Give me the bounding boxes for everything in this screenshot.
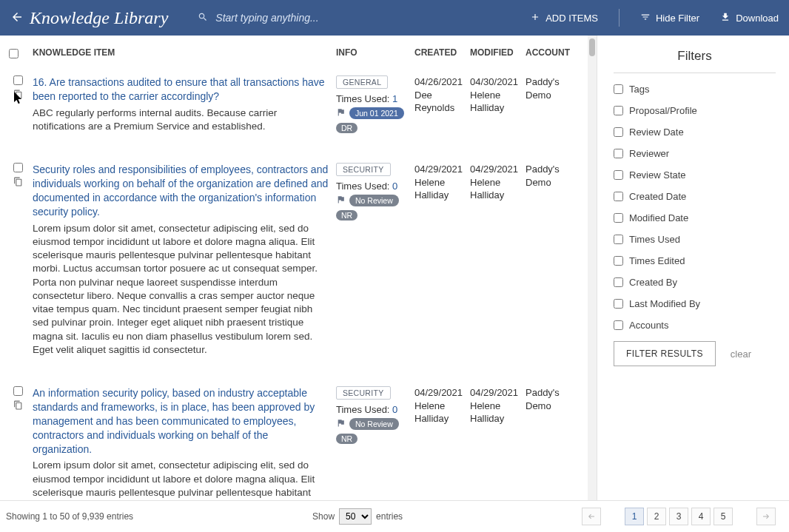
filter-checkbox[interactable] xyxy=(614,299,623,309)
filter-option-label: Reviewer xyxy=(629,148,669,159)
filter-option[interactable]: Modified Date xyxy=(614,212,776,223)
account-cell: Paddy's Demo xyxy=(523,75,582,133)
review-pill: No Review xyxy=(349,195,399,206)
created-date: 04/29/2021 xyxy=(414,386,464,400)
info-cell: SECURITY Times Used: 0 No Review NR xyxy=(333,386,412,500)
category-badge: SECURITY xyxy=(336,163,391,176)
review-row: No Review xyxy=(336,195,409,206)
filter-option[interactable]: Reviewer xyxy=(614,148,776,159)
row-select-checkbox[interactable] xyxy=(13,163,23,172)
review-row: Jun 01 2021 xyxy=(336,107,409,119)
filter-option[interactable]: Proposal/Profile xyxy=(614,105,776,116)
filter-icon xyxy=(640,12,651,24)
filter-checkbox[interactable] xyxy=(614,192,623,201)
modified-date: 04/29/2021 xyxy=(470,386,520,400)
modified-date: 04/30/2021 xyxy=(470,75,520,89)
pager-page-button[interactable]: 5 xyxy=(714,508,733,525)
col-info[interactable]: INFO xyxy=(333,47,412,61)
download-button[interactable]: Download xyxy=(720,12,779,24)
filters-divider xyxy=(614,73,776,73)
modified-user: Helene Halliday xyxy=(470,176,520,202)
times-used-value: 1 xyxy=(392,93,397,104)
times-used: Times Used: 0 xyxy=(336,181,409,192)
filter-checkbox[interactable] xyxy=(614,213,623,223)
review-pill: Jun 01 2021 xyxy=(349,107,404,119)
filter-checkbox[interactable] xyxy=(614,106,623,115)
row-select-checkbox[interactable] xyxy=(13,386,23,396)
filters-panel: Filters TagsProposal/ProfileReview DateR… xyxy=(597,36,789,500)
pager-page-button[interactable]: 4 xyxy=(691,508,711,525)
copy-icon[interactable] xyxy=(13,400,23,412)
item-title[interactable]: 16. Are transactions audited to ensure t… xyxy=(33,75,330,104)
filter-checkbox[interactable] xyxy=(614,277,623,287)
row-select-cell xyxy=(6,386,30,500)
col-account[interactable]: ACCOUNT xyxy=(523,47,582,61)
row-select-cell xyxy=(6,75,30,133)
filter-option[interactable]: Last Modified By xyxy=(614,298,776,309)
hide-filter-button[interactable]: Hide Filter xyxy=(640,12,699,24)
scrollbar[interactable] xyxy=(588,36,597,500)
filter-results-button[interactable]: FILTER RESULTS xyxy=(614,341,716,366)
filter-option[interactable]: Review Date xyxy=(614,127,776,138)
table-header: KNOWLEDGE ITEM INFO CREATED MODIFIED ACC… xyxy=(0,36,592,68)
search-input[interactable] xyxy=(215,12,393,24)
row-select-checkbox[interactable] xyxy=(13,75,23,85)
plus-icon xyxy=(530,12,540,24)
page-size-block: Show 50 entries xyxy=(312,508,403,525)
created-date: 04/29/2021 xyxy=(414,163,464,176)
pager-page-button[interactable]: 3 xyxy=(669,508,688,525)
pager-next-button[interactable] xyxy=(756,508,776,525)
filter-option-label: Times Edited xyxy=(629,255,685,266)
table-scroll[interactable]: KNOWLEDGE ITEM INFO CREATED MODIFIED ACC… xyxy=(0,36,597,500)
pager-prev-button[interactable] xyxy=(582,508,601,525)
item-body: Lorem ipsum dolor sit amet, consectetur … xyxy=(33,459,330,500)
filter-option[interactable]: Review State xyxy=(614,169,776,181)
flag-icon xyxy=(336,107,346,119)
col-knowledge-item[interactable]: KNOWLEDGE ITEM xyxy=(30,47,333,61)
filter-option-label: Review Date xyxy=(629,127,684,138)
add-items-button[interactable]: ADD ITEMS xyxy=(530,12,598,24)
filter-option[interactable]: Created By xyxy=(614,277,776,288)
filter-checkbox[interactable] xyxy=(614,170,623,180)
filter-option[interactable]: Tags xyxy=(614,84,776,95)
created-cell: 04/29/2021 Helene Halliday xyxy=(412,386,467,500)
scrollbar-thumb[interactable] xyxy=(589,38,595,56)
filter-option-label: Created Date xyxy=(629,191,686,202)
flag-icon xyxy=(336,418,346,430)
col-created[interactable]: CREATED xyxy=(412,47,467,61)
modified-cell: 04/30/2021 Helene Halliday xyxy=(467,75,523,133)
filter-option[interactable]: Times Edited xyxy=(614,255,776,266)
info-cell: SECURITY Times Used: 0 No Review NR xyxy=(333,163,412,357)
modified-cell: 04/29/2021 Helene Halliday xyxy=(467,163,523,357)
header-left: Knowledge Library xyxy=(10,8,168,28)
copy-icon[interactable] xyxy=(13,90,23,101)
clear-filters-link[interactable]: clear xyxy=(731,349,751,360)
page-size-select[interactable]: 50 xyxy=(339,508,372,525)
modified-user: Helene Halliday xyxy=(470,89,520,115)
filter-option[interactable]: Times Used xyxy=(614,234,776,245)
row-select-cell xyxy=(6,163,30,357)
filter-checkbox[interactable] xyxy=(614,127,623,137)
col-modified[interactable]: MODIFIED xyxy=(467,47,523,61)
filter-option[interactable]: Created Date xyxy=(614,191,776,202)
content-area: KNOWLEDGE ITEM INFO CREATED MODIFIED ACC… xyxy=(0,36,597,500)
filter-checkbox[interactable] xyxy=(614,235,623,244)
pager-page-button[interactable]: 2 xyxy=(647,508,666,525)
review-pill: No Review xyxy=(349,418,399,430)
item-title[interactable]: An information security policy, based on… xyxy=(33,386,330,456)
knowledge-item-cell: Security roles and responsibilities of e… xyxy=(30,163,333,357)
account-cell: Paddy's Demo xyxy=(523,163,582,357)
app-header: Knowledge Library ADD ITEMS Hide Filter … xyxy=(0,0,789,36)
copy-icon[interactable] xyxy=(13,177,23,189)
select-all-checkbox[interactable] xyxy=(9,49,19,58)
filter-checkbox[interactable] xyxy=(614,320,623,330)
initials-pill: DR xyxy=(336,123,357,133)
back-arrow-icon[interactable] xyxy=(10,10,24,26)
item-title[interactable]: Security roles and responsibilities of e… xyxy=(33,163,330,219)
filter-checkbox[interactable] xyxy=(614,256,623,266)
filter-checkbox[interactable] xyxy=(614,84,623,94)
review-row: No Review xyxy=(336,418,409,430)
filter-option[interactable]: Accounts xyxy=(614,320,776,331)
pager-page-button[interactable]: 1 xyxy=(625,508,644,525)
filter-checkbox[interactable] xyxy=(614,149,623,158)
